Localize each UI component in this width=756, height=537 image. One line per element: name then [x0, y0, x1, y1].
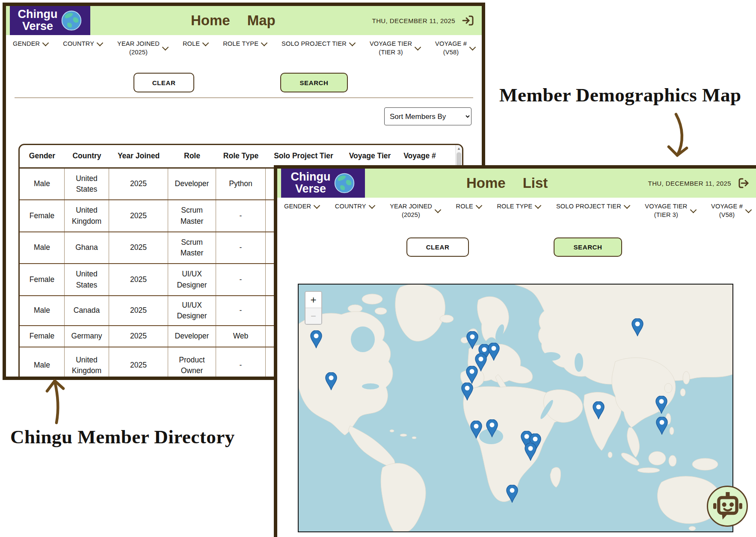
- chinguverse-logo[interactable]: ChinguVerse: [281, 169, 365, 198]
- filter-role[interactable]: ROLE: [456, 202, 481, 211]
- scrollbar-up-icon[interactable]: ▲: [456, 145, 462, 152]
- nav-home[interactable]: Home: [466, 175, 506, 191]
- filter-role-type[interactable]: ROLE TYPE: [497, 202, 540, 211]
- map-pin-siberia[interactable]: [631, 318, 644, 336]
- nav-map[interactable]: Map: [247, 12, 276, 29]
- chatbot-button[interactable]: [707, 486, 748, 527]
- clear-button[interactable]: CLEAR: [406, 237, 469, 257]
- map-pin-south-africa[interactable]: [506, 485, 519, 503]
- filter-country[interactable]: COUNTRY: [335, 202, 374, 211]
- table-cell: Developer: [168, 326, 216, 347]
- filter-sublabel: (TIER 3): [645, 211, 687, 219]
- filter-label: GENDER: [284, 203, 311, 210]
- map-pin-west-africa-2[interactable]: [486, 419, 498, 437]
- map-pin-scandinavia[interactable]: [487, 343, 500, 361]
- filter-label: VOYAGE #: [435, 40, 467, 47]
- filter-label: COUNTRY: [335, 203, 366, 210]
- world-map[interactable]: + −: [298, 284, 733, 532]
- filter-country[interactable]: COUNTRY: [63, 39, 102, 48]
- table-cell: Scrum Master: [168, 232, 216, 263]
- map-pin-india[interactable]: [592, 401, 605, 419]
- filter-solo-project-tier[interactable]: SOLO PROJECT TIER: [282, 39, 355, 48]
- table-cell: 2025: [109, 200, 168, 231]
- filter-voyage-tier[interactable]: VOYAGE TIER(TIER 3): [645, 202, 695, 220]
- table-cell: -: [216, 347, 266, 380]
- map-pin-united-kingdom[interactable]: [466, 331, 479, 349]
- main-nav: Home Map: [191, 6, 276, 35]
- table-cell: UI/UX Designer: [168, 264, 216, 295]
- map-pin-philippines[interactable]: [655, 417, 668, 435]
- table-cell: Male: [20, 169, 65, 199]
- filter-voyage[interactable]: VOYAGE #(V58): [711, 202, 751, 220]
- map-pin-northwest-canada[interactable]: [310, 330, 323, 348]
- filter-label: VOYAGE TIER: [370, 40, 412, 47]
- table-cell: 2025: [109, 232, 168, 263]
- map-pin-korea[interactable]: [655, 396, 668, 414]
- globe-icon: [61, 10, 82, 31]
- filter-label: SOLO PROJECT TIER: [282, 40, 347, 47]
- chevron-down-icon: [535, 202, 542, 209]
- down-arrow-icon: [661, 110, 695, 160]
- chevron-down-icon: [415, 44, 421, 51]
- filter-role-type[interactable]: ROLE TYPE: [223, 39, 267, 48]
- table-cell: 2025: [109, 347, 168, 380]
- exit-bracket-arrow-icon[interactable]: [737, 176, 751, 190]
- clear-button[interactable]: CLEAR: [133, 73, 194, 92]
- table-header-year-joined: Year Joined: [109, 145, 168, 167]
- chevron-down-icon: [42, 40, 49, 47]
- zoom-in-button[interactable]: +: [305, 292, 321, 308]
- filter-voyage-tier[interactable]: VOYAGE TIER(TIER 3): [370, 39, 420, 57]
- table-cell: UI/UX Designer: [168, 296, 216, 325]
- filter-year-joined[interactable]: YEAR JOINED(2025): [390, 202, 440, 220]
- filter-label: GENDER: [13, 40, 40, 47]
- filter-gender[interactable]: GENDER: [13, 39, 48, 48]
- map-pin-iberia-morocco[interactable]: [461, 383, 474, 401]
- table-cell: United States: [65, 169, 109, 199]
- table-header-voyage: Voyage #: [398, 145, 441, 167]
- table-cell: Female: [20, 264, 65, 295]
- filter-year-joined[interactable]: YEAR JOINED(2025): [117, 39, 168, 57]
- map-pin-united-states[interactable]: [325, 372, 338, 390]
- table-cell: 2025: [109, 326, 168, 347]
- table-cell: Male: [20, 347, 65, 380]
- table-header-solo-project-tier: Solo Project Tier: [266, 145, 341, 167]
- filter-label: VOYAGE TIER: [645, 203, 687, 210]
- sort-members-select[interactable]: Sort Members By: [384, 107, 471, 125]
- enter-bracket-arrow-icon[interactable]: [461, 14, 475, 27]
- table-cell: Female: [20, 200, 65, 231]
- table-cell: United Kingdom: [65, 200, 109, 231]
- chevron-down-icon: [349, 40, 356, 47]
- chinguverse-logo[interactable]: ChinguVerse: [10, 6, 90, 35]
- chevron-down-icon: [624, 202, 631, 209]
- map-pin-west-africa-1[interactable]: [470, 421, 483, 439]
- current-date: THU, DECEMBER 11, 2025: [648, 180, 731, 187]
- table-cell: United Kingdom: [65, 347, 109, 380]
- filter-bar: GENDERCOUNTRYYEAR JOINED(2025)ROLEROLE T…: [284, 202, 751, 220]
- table-cell: United States: [65, 264, 109, 295]
- nav-home[interactable]: Home: [191, 12, 230, 29]
- map-pin-east-africa-3[interactable]: [524, 443, 537, 461]
- filter-sublabel: (2025): [117, 48, 160, 56]
- table-cell: Scrum Master: [168, 200, 216, 231]
- filter-solo-project-tier[interactable]: SOLO PROJECT TIER: [556, 202, 629, 211]
- chevron-down-icon: [476, 202, 483, 209]
- search-button[interactable]: SEARCH: [280, 73, 348, 92]
- filter-label: ROLE TYPE: [223, 40, 258, 47]
- filter-gender[interactable]: GENDER: [284, 202, 319, 211]
- table-cell: 2025: [109, 264, 168, 295]
- filter-label: YEAR JOINED: [390, 203, 432, 210]
- current-date: THU, DECEMBER 11, 2025: [372, 17, 455, 24]
- table-header-role-type: Role Type: [216, 145, 266, 167]
- nav-list[interactable]: List: [523, 175, 548, 191]
- table-header-gender: Gender: [20, 145, 65, 167]
- map-pin-france[interactable]: [465, 366, 478, 384]
- filter-role[interactable]: ROLE: [183, 39, 208, 48]
- filter-label: SOLO PROJECT TIER: [556, 203, 621, 210]
- filter-sublabel: (TIER 3): [370, 48, 412, 56]
- table-header-role: Role: [168, 145, 216, 167]
- chevron-down-icon: [690, 207, 697, 214]
- search-button[interactable]: SEARCH: [554, 237, 622, 257]
- zoom-out-button[interactable]: −: [305, 308, 321, 324]
- filter-voyage[interactable]: VOYAGE #(V58): [435, 39, 475, 57]
- filter-label: ROLE: [183, 40, 200, 47]
